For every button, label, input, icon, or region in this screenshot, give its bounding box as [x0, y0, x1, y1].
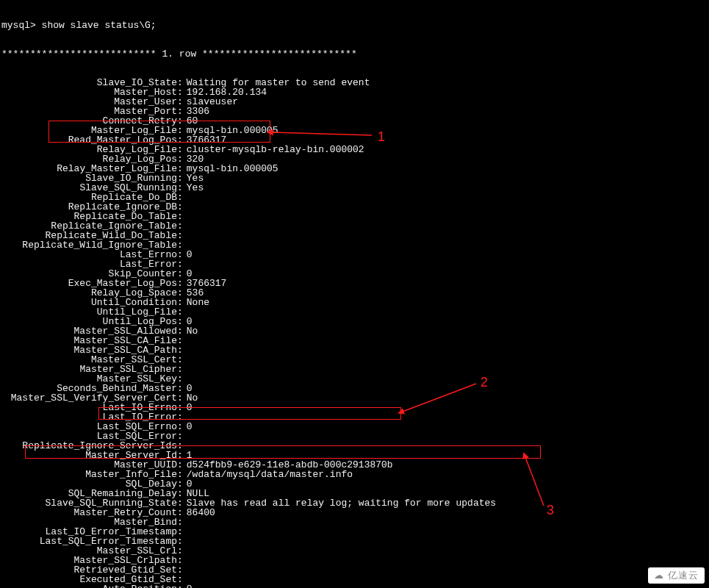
- field-value: cluster-mysqlb-relay-bin.000002: [183, 145, 364, 154]
- field-value: 0: [183, 422, 192, 431]
- field-label: Auto_Position: [1, 584, 177, 588]
- row-header: *************************** 1. row *****…: [1, 49, 708, 59]
- status-row: Master_Host:192.168.20.134: [1, 87, 708, 97]
- status-row: Slave_IO_State:Waiting for master to sen…: [1, 78, 708, 87]
- field-value: Yes: [183, 183, 204, 193]
- annotation-number-1: 1: [378, 129, 385, 145]
- colon: :: [177, 584, 183, 588]
- watermark-text: 亿速云: [668, 570, 699, 581]
- field-value: 0: [183, 403, 192, 412]
- status-row: Auto_Position:0: [1, 584, 708, 588]
- status-row: Last_Errno:0: [1, 250, 708, 259]
- field-value: No: [183, 326, 198, 336]
- mysql-prompt: mysql> show slave status\G;: [1, 21, 708, 30]
- watermark-badge: ☁ 亿速云: [648, 567, 705, 584]
- field-value: None: [183, 298, 209, 307]
- field-value: /wdata/mysql/data/master.info: [183, 470, 353, 479]
- status-row: Replicate_Wild_Ignore_Table:: [1, 240, 708, 250]
- terminal-output: mysql> show slave status\G; ************…: [0, 0, 709, 588]
- field-value: 0: [183, 250, 192, 259]
- status-row: Master_Retry_Count:86400: [1, 508, 708, 517]
- cloud-icon: ☁: [654, 570, 664, 581]
- status-fields: Slave_IO_State:Waiting for master to sen…: [1, 78, 708, 588]
- status-row: Last_Error:: [1, 259, 708, 269]
- annotation-number-2: 2: [481, 375, 488, 390]
- status-row: Master_User:slaveuser: [1, 97, 708, 107]
- annotation-number-3: 3: [547, 503, 554, 518]
- field-value: Slave has read all relay log; waiting fo…: [183, 498, 496, 508]
- field-value: 0: [183, 584, 192, 588]
- status-row: Master_Info_File:/wdata/mysql/data/maste…: [1, 470, 708, 479]
- field-value: 86400: [183, 508, 215, 517]
